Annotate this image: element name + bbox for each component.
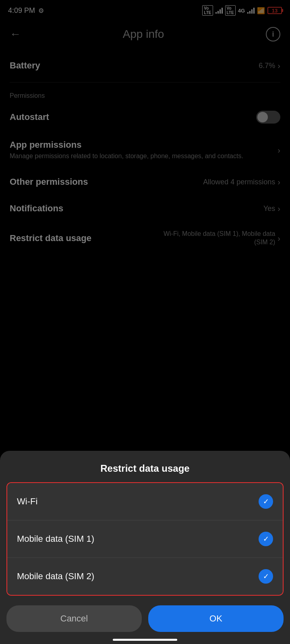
sim2-checkmark: ✓ — [263, 572, 269, 581]
sheet-buttons: Cancel OK — [0, 596, 290, 632]
ok-button[interactable]: OK — [148, 605, 284, 632]
sim2-checkbox[interactable]: ✓ — [259, 569, 273, 584]
wifi-option[interactable]: Wi-Fi ✓ — [7, 483, 283, 520]
sim1-checkbox[interactable]: ✓ — [259, 532, 273, 546]
sim1-option-label: Mobile data (SIM 1) — [17, 534, 94, 544]
bottom-sheet: Restrict data usage Wi-Fi ✓ Mobile data … — [0, 451, 290, 644]
wifi-checkmark: ✓ — [263, 497, 269, 506]
wifi-option-label: Wi-Fi — [17, 496, 37, 507]
sheet-options: Wi-Fi ✓ Mobile data (SIM 1) ✓ Mobile dat… — [6, 482, 284, 596]
sim2-option-label: Mobile data (SIM 2) — [17, 571, 94, 582]
sheet-title: Restrict data usage — [0, 451, 290, 482]
sim1-option[interactable]: Mobile data (SIM 1) ✓ — [7, 520, 283, 558]
wifi-checkbox[interactable]: ✓ — [259, 494, 273, 509]
cancel-button[interactable]: Cancel — [6, 605, 142, 632]
sim2-option[interactable]: Mobile data (SIM 2) ✓ — [7, 558, 283, 595]
sim1-checkmark: ✓ — [263, 535, 269, 543]
home-indicator — [113, 639, 177, 641]
